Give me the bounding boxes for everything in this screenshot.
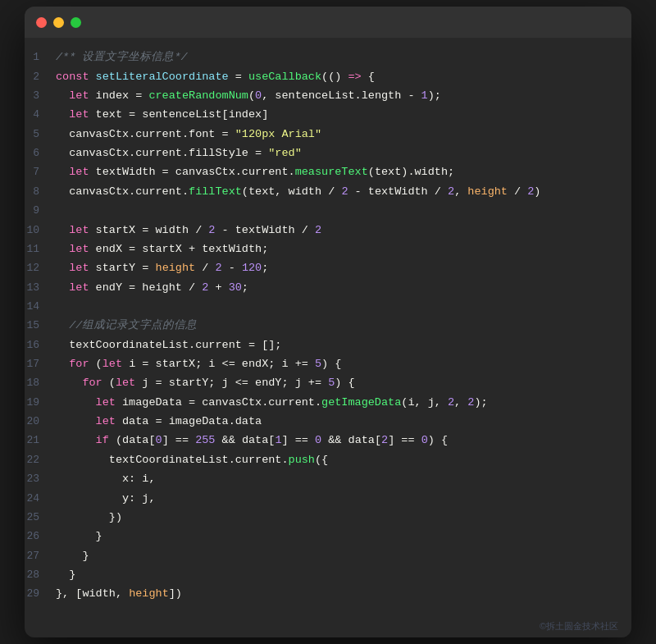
ln-13: 13	[25, 279, 56, 297]
line-25: 25 })	[25, 508, 631, 527]
line-20: 20 let data = imageData.data	[25, 412, 631, 431]
code-24: y: j,	[56, 489, 618, 508]
ln-24: 24	[25, 490, 56, 508]
close-button[interactable]	[36, 17, 47, 28]
line-19: 19 let imageData = canvasCtx.current.get…	[25, 393, 631, 412]
code-22: textCoordinateList.current.push({	[56, 450, 618, 469]
line-28: 28 }	[25, 565, 631, 584]
watermark: ©拆土圆金技术社区	[25, 617, 631, 637]
code-26: }	[56, 527, 618, 546]
line-9: 9	[25, 201, 631, 220]
line-27: 27 }	[25, 546, 631, 565]
line-26: 26 }	[25, 527, 631, 546]
ln-5: 5	[25, 126, 56, 144]
code-2: const setLiteralCoordinate = useCallback…	[56, 67, 618, 86]
line-17: 17 for (let i = startX; i <= endX; i += …	[25, 354, 631, 373]
code-20: let data = imageData.data	[56, 412, 618, 431]
ln-6: 6	[25, 144, 56, 162]
line-13: 13 let endY = height / 2 + 30;	[25, 278, 631, 297]
line-23: 23 x: i,	[25, 469, 631, 488]
code-13: let endY = height / 2 + 30;	[56, 278, 618, 297]
line-5: 5 canvasCtx.current.font = "120px Arial"	[25, 125, 631, 144]
ln-7: 7	[25, 163, 56, 181]
ln-16: 16	[25, 336, 56, 354]
line-4: 4 let text = sentenceList[index]	[25, 105, 631, 124]
line-21: 21 if (data[0] == 255 && data[1] == 0 &&…	[25, 431, 631, 450]
code-7: let textWidth = canvasCtx.current.measur…	[56, 162, 618, 181]
ln-15: 15	[25, 317, 56, 335]
ln-21: 21	[25, 432, 56, 450]
ln-23: 23	[25, 470, 56, 488]
line-15: 15 //组成记录文字点的信息	[25, 316, 631, 335]
ln-18: 18	[25, 374, 56, 392]
ln-20: 20	[25, 413, 56, 431]
code-6: canvasCtx.current.fillStyle = "red"	[56, 144, 618, 162]
ln-1: 1	[25, 48, 56, 66]
ln-12: 12	[25, 259, 56, 277]
code-23: x: i,	[56, 469, 618, 488]
line-11: 11 let endX = startX + textWidth;	[25, 240, 631, 258]
code-5: canvasCtx.current.font = "120px Arial"	[56, 125, 618, 144]
line-7: 7 let textWidth = canvasCtx.current.meas…	[25, 162, 631, 181]
code-12: let startY = height / 2 - 120;	[56, 258, 618, 277]
code-window: 1 /** 设置文字坐标信息*/ 2 const setLiteralCoord…	[25, 7, 631, 637]
line-1: 1 /** 设置文字坐标信息*/	[25, 48, 631, 66]
line-14: 14	[25, 297, 631, 316]
code-17: for (let i = startX; i <= endX; i += 5) …	[56, 354, 618, 373]
ln-14: 14	[25, 298, 56, 316]
code-16: textCoordinateList.current = [];	[56, 336, 618, 354]
ln-22: 22	[25, 451, 56, 469]
code-8: canvasCtx.current.fillText(text, width /…	[56, 182, 618, 201]
code-10: let startX = width / 2 - textWidth / 2	[56, 221, 618, 240]
code-18: for (let j = startY; j <= endY; j += 5) …	[56, 373, 618, 392]
code-19: let imageData = canvasCtx.current.getIma…	[56, 393, 618, 412]
ln-8: 8	[25, 183, 56, 201]
titlebar	[25, 7, 631, 38]
minimize-button[interactable]	[53, 17, 64, 28]
line-16: 16 textCoordinateList.current = [];	[25, 336, 631, 354]
ln-10: 10	[25, 222, 56, 240]
line-12: 12 let startY = height / 2 - 120;	[25, 258, 631, 277]
line-22: 22 textCoordinateList.current.push({	[25, 450, 631, 469]
line-24: 24 y: j,	[25, 489, 631, 508]
ln-2: 2	[25, 68, 56, 86]
line-3: 3 let index = createRandomNum(0, sentenc…	[25, 86, 631, 105]
ln-26: 26	[25, 528, 56, 546]
ln-9: 9	[25, 202, 56, 220]
ln-25: 25	[25, 509, 56, 527]
ln-29: 29	[25, 585, 56, 603]
ln-27: 27	[25, 547, 56, 565]
code-3: let index = createRandomNum(0, sentenceL…	[56, 86, 618, 105]
line-29: 29 }, [width, height])	[25, 584, 631, 603]
code-11: let endX = startX + textWidth;	[56, 240, 618, 258]
ln-3: 3	[25, 87, 56, 105]
line-6: 6 canvasCtx.current.fillStyle = "red"	[25, 144, 631, 162]
ln-4: 4	[25, 106, 56, 124]
code-editor: 1 /** 设置文字坐标信息*/ 2 const setLiteralCoord…	[25, 38, 631, 616]
code-1: /** 设置文字坐标信息*/	[56, 48, 618, 66]
code-15: //组成记录文字点的信息	[56, 316, 618, 335]
code-4: let text = sentenceList[index]	[56, 105, 618, 124]
code-25: })	[56, 508, 618, 527]
ln-19: 19	[25, 394, 56, 412]
code-28: }	[56, 565, 618, 584]
ln-17: 17	[25, 355, 56, 373]
ln-11: 11	[25, 240, 56, 258]
line-18: 18 for (let j = startY; j <= endY; j += …	[25, 373, 631, 392]
code-27: }	[56, 546, 618, 565]
code-21: if (data[0] == 255 && data[1] == 0 && da…	[56, 431, 618, 450]
line-8: 8 canvasCtx.current.fillText(text, width…	[25, 182, 631, 201]
code-29: }, [width, height])	[56, 584, 618, 603]
code-14	[56, 297, 618, 316]
maximize-button[interactable]	[71, 17, 81, 28]
ln-28: 28	[25, 566, 56, 584]
line-2: 2 const setLiteralCoordinate = useCallba…	[25, 67, 631, 86]
line-10: 10 let startX = width / 2 - textWidth / …	[25, 221, 631, 240]
code-9	[56, 201, 618, 220]
